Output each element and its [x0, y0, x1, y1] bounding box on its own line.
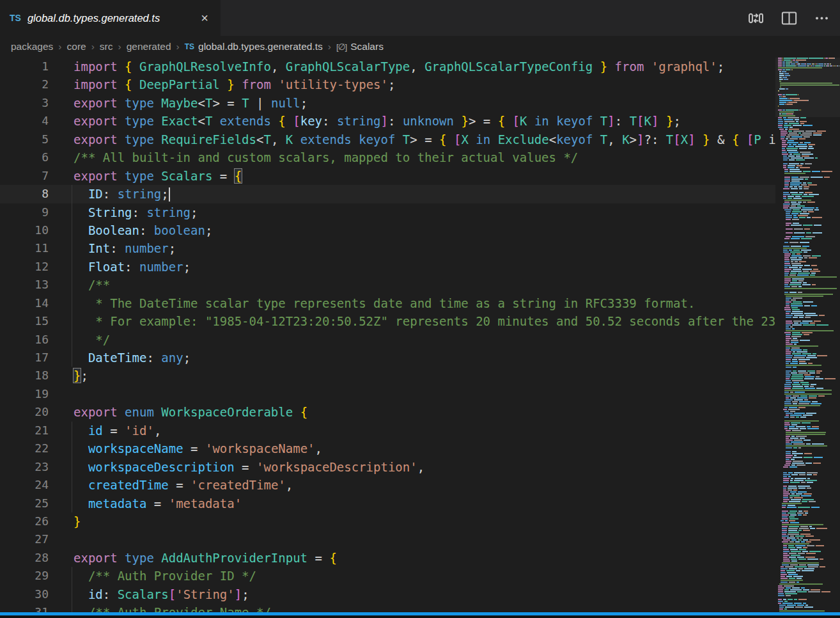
code-line[interactable]: 19	[0, 385, 775, 403]
code-line[interactable]: 7export type Scalars = {	[0, 167, 775, 185]
breadcrumb-folder-generated[interactable]: generated	[127, 41, 171, 52]
line-number: 6	[0, 148, 54, 166]
line-number: 14	[0, 294, 54, 312]
line-number: 31	[0, 603, 54, 612]
line-number: 19	[0, 385, 54, 403]
code-editor[interactable]: 1import { GraphQLResolveInfo, GraphQLSca…	[0, 58, 840, 612]
breadcrumb-folder-src[interactable]: src	[100, 41, 113, 52]
line-number: 1	[0, 58, 54, 75]
line-number: 20	[0, 403, 54, 421]
line-number: 30	[0, 585, 54, 603]
line-number: 16	[0, 331, 54, 349]
code-line[interactable]: 8 ID: string;	[0, 185, 775, 203]
breadcrumb-separator: ›	[91, 41, 95, 52]
breadcrumbs: packages › core › src › generated › TS g…	[0, 36, 840, 58]
line-number: 2	[0, 75, 54, 93]
code-line[interactable]: 11 Int: number;	[0, 239, 775, 257]
editor-tab[interactable]: TS global.db.types.generated.ts ×	[0, 0, 221, 36]
code-line[interactable]: 12 Float: number;	[0, 258, 775, 276]
breadcrumb-symbol[interactable]: [∅] Scalars	[336, 41, 384, 52]
code-line[interactable]: 4export type Exact<T extends { [key: str…	[0, 112, 775, 130]
line-number: 15	[0, 312, 54, 330]
code-line[interactable]: 2import { DeepPartial } from 'utility-ty…	[0, 75, 775, 93]
line-number: 3	[0, 94, 54, 112]
code-line[interactable]: 22 workspaceName = 'workspaceName',	[0, 440, 775, 457]
line-number: 26	[0, 512, 54, 530]
code-line[interactable]: 23 workspaceDescription = 'workspaceDesc…	[0, 458, 775, 476]
breadcrumb-file-label: global.db.types.generated.ts	[198, 41, 323, 52]
line-number: 5	[0, 131, 54, 148]
code-line[interactable]: 16 */	[0, 331, 775, 349]
line-number: 8	[0, 185, 54, 203]
code-line[interactable]: 29 /** Auth Provider ID */	[0, 567, 775, 585]
line-number: 24	[0, 476, 54, 494]
breadcrumb-separator: ›	[176, 41, 180, 52]
open-changes-icon[interactable]	[747, 10, 765, 27]
window-bottom-edge	[0, 615, 840, 618]
code-line[interactable]: 30 id: Scalars['String'];	[0, 585, 775, 603]
code-line[interactable]: 17 DateTime: any;	[0, 349, 775, 367]
line-number: 11	[0, 239, 54, 257]
code-line[interactable]: 14 * The DateTime scalar type represents…	[0, 294, 775, 312]
split-editor-icon[interactable]	[781, 10, 798, 27]
tab-title: global.db.types.generated.ts	[27, 12, 160, 24]
symbol-object-icon: [∅]	[336, 42, 346, 52]
code-line[interactable]: 10 Boolean: boolean;	[0, 221, 775, 239]
minimap-container	[775, 58, 840, 612]
code-line[interactable]: 13 /**	[0, 276, 775, 294]
code-line[interactable]: 31 /** Auth Provider Name */	[0, 603, 775, 612]
more-actions-icon[interactable]	[814, 10, 830, 26]
tab-bar: TS global.db.types.generated.ts ×	[0, 0, 840, 36]
breadcrumb-separator: ›	[328, 41, 331, 52]
line-number: 27	[0, 530, 54, 548]
code-line[interactable]: 5export type RequireFields<T, K extends …	[0, 131, 775, 148]
text-cursor	[169, 187, 170, 202]
code-pane[interactable]: 1import { GraphQLResolveInfo, GraphQLSca…	[0, 58, 775, 612]
editor-actions	[747, 0, 840, 36]
line-number: 7	[0, 167, 54, 185]
line-number: 18	[0, 367, 54, 384]
line-number: 10	[0, 221, 54, 239]
line-number: 12	[0, 258, 54, 276]
breadcrumb-folder-core[interactable]: core	[67, 41, 86, 52]
vscode-window: TS global.db.types.generated.ts ×	[0, 0, 840, 618]
code-line[interactable]: 24 createdTime = 'createdTime',	[0, 476, 775, 494]
line-number: 17	[0, 349, 54, 367]
line-number: 22	[0, 440, 54, 457]
code-line[interactable]: 18};	[0, 367, 775, 384]
minimap[interactable]	[775, 58, 840, 612]
code-line[interactable]: 3export type Maybe<T> = T | null;	[0, 94, 775, 112]
line-number: 29	[0, 567, 54, 585]
code-line[interactable]: 27	[0, 530, 775, 548]
breadcrumb-separator: ›	[58, 41, 61, 52]
code-line[interactable]: 25 metadata = 'metadata'	[0, 495, 775, 512]
line-number: 28	[0, 549, 54, 567]
code-line[interactable]: 1import { GraphQLResolveInfo, GraphQLSca…	[0, 58, 775, 75]
line-number: 9	[0, 203, 54, 221]
code-line[interactable]: 21 id = 'id',	[0, 422, 775, 440]
breadcrumb-file[interactable]: TS global.db.types.generated.ts	[185, 41, 323, 52]
breadcrumb-symbol-label: Scalars	[350, 41, 384, 52]
line-number: 21	[0, 422, 54, 440]
typescript-file-icon: TS	[10, 13, 21, 23]
code-line[interactable]: 6/** All built-in and custom scalars, ma…	[0, 148, 775, 166]
code-line[interactable]: 26}	[0, 512, 775, 530]
code-line[interactable]: 28export type AddAuthProviderInput = {	[0, 549, 775, 567]
tab-close-icon[interactable]: ×	[198, 10, 211, 26]
line-number: 13	[0, 276, 54, 294]
line-number: 4	[0, 112, 54, 130]
line-number: 23	[0, 458, 54, 476]
breadcrumb-folder-packages[interactable]: packages	[11, 41, 53, 52]
typescript-file-icon: TS	[185, 42, 194, 51]
code-line[interactable]: 9 String: string;	[0, 203, 775, 221]
line-number: 25	[0, 495, 54, 512]
code-line[interactable]: 15 * For example: "1985-04-12T23:20:50.5…	[0, 312, 775, 330]
code-line[interactable]: 20export enum WorkspaceOrderable {	[0, 403, 775, 421]
breadcrumb-separator: ›	[118, 41, 121, 52]
